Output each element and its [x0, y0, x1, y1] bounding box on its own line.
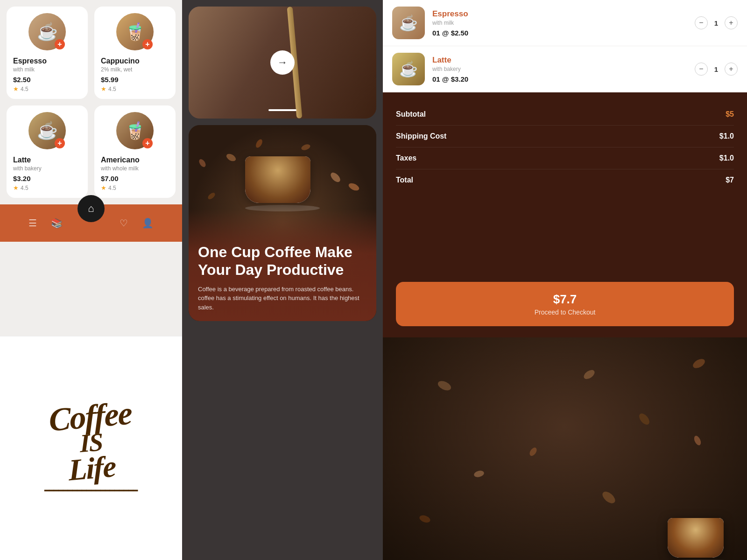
cart-item-subtitle-espresso: with milk	[432, 20, 687, 26]
summary-row-subtotal: Subtotal $5	[396, 104, 734, 126]
cart-item-name-latte: Latte	[432, 56, 687, 65]
subtotal-label: Subtotal	[396, 110, 426, 119]
home-icon: ⌂	[88, 203, 94, 215]
hero-background: →	[189, 7, 376, 119]
cart-item-image-espresso: ☕	[392, 7, 425, 39]
product-rating-latte: ★ 4.5	[13, 184, 28, 191]
promo-overlay: One Cup Coffee Make Your Day Productive …	[189, 209, 376, 321]
arrow-right-icon: →	[277, 56, 288, 69]
coffee-art-border: ━━━━━━━━━━━━━━━━━━━━	[44, 486, 138, 495]
product-rating-americano: ★ 4.5	[101, 184, 116, 191]
star-icon: ★	[101, 85, 106, 92]
subtotal-value: $5	[726, 110, 734, 119]
profile-icon[interactable]: 👤	[142, 217, 154, 229]
product-subtitle-americano: with whole milk	[101, 165, 139, 172]
product-price-latte: $3.20	[13, 175, 31, 182]
star-icon: ★	[101, 184, 106, 191]
taxes-label: Taxes	[396, 154, 416, 162]
cart-item-image-latte: ☕	[392, 53, 425, 85]
favorites-icon[interactable]: ♡	[120, 217, 128, 229]
coffee-promo-card: One Cup Coffee Make Your Day Productive …	[189, 125, 376, 321]
cart-item-info-latte: Latte with bakery 01 @ $3.20	[432, 56, 687, 83]
qty-increase-espresso[interactable]: +	[725, 16, 738, 29]
left-panel: ☕ + Espresso with milk $2.50 ★ 4.5 🧋	[0, 0, 182, 560]
add-americano-button[interactable]: +	[142, 138, 153, 148]
star-icon: ★	[13, 184, 19, 191]
product-subtitle-cappucino: 2% milk, wet	[101, 66, 132, 73]
bottom-right-image	[383, 337, 747, 560]
product-name-americano: Americano	[101, 156, 140, 164]
add-cappucino-button[interactable]: +	[142, 39, 153, 49]
order-summary-panel: Subtotal $5 Shipping Cost $1.0 Taxes $1.…	[383, 92, 747, 337]
app-container: ☕ + Espresso with milk $2.50 ★ 4.5 🧋	[0, 0, 747, 560]
nav-right-group: ♡ 👤	[120, 217, 154, 229]
product-price-cappucino: $5.99	[101, 76, 119, 84]
product-card-americano: 🧋 + Americano with whole milk $7.00 ★ 4.…	[94, 105, 176, 198]
cart-item-name-espresso: Espresso	[432, 9, 687, 19]
product-grid: ☕ + Espresso with milk $2.50 ★ 4.5 🧋	[0, 0, 182, 204]
qty-decrease-latte[interactable]: −	[695, 63, 708, 76]
total-label: Total	[396, 176, 413, 184]
cart-qty-control-espresso: − 1 +	[695, 16, 738, 29]
books-icon[interactable]: 📚	[51, 217, 63, 229]
hero-page-indicator	[268, 109, 296, 111]
bottom-navigation: ☰ 📚 ⌂ ♡ 👤	[0, 204, 182, 242]
cart-item-price-espresso: 01 @ $2.50	[432, 29, 687, 37]
product-rating-cappucino: ★ 4.5	[101, 85, 116, 92]
product-price-americano: $7.00	[101, 175, 119, 182]
cart-item-latte: ☕ Latte with bakery 01 @ $3.20 − 1 +	[383, 46, 747, 92]
product-name-espresso: Espresso	[13, 57, 47, 65]
checkout-button[interactable]: $7.7 Proceed to Checkout	[396, 282, 734, 326]
product-subtitle-latte: with bakery	[13, 165, 42, 172]
middle-panel: →	[182, 0, 383, 560]
product-name-latte: Latte	[13, 156, 31, 164]
rating-value-americano: 4.5	[108, 185, 116, 191]
rating-value-espresso: 4.5	[21, 86, 28, 92]
cart-item-subtitle-latte: with bakery	[432, 66, 687, 72]
shipping-label: Shipping Cost	[396, 132, 446, 140]
right-panel: ☕ Espresso with milk 01 @ $2.50 − 1 +	[383, 0, 747, 560]
qty-decrease-espresso[interactable]: −	[695, 16, 708, 29]
qty-value-latte: 1	[712, 65, 720, 73]
product-rating-espresso: ★ 4.5	[13, 85, 28, 92]
checkout-total-amount: $7.7	[406, 292, 724, 307]
add-latte-button[interactable]: +	[55, 138, 65, 148]
cart-qty-control-latte: − 1 +	[695, 63, 738, 76]
cart-items-container: ☕ Espresso with milk 01 @ $2.50 − 1 +	[383, 0, 747, 92]
coffee-art-panel: Coffee IS Life ━━━━━━━━━━━━━━━━━━━━	[0, 336, 182, 560]
product-price-espresso: $2.50	[13, 76, 31, 84]
home-button[interactable]: ⌂	[78, 195, 105, 222]
menu-icon[interactable]: ☰	[28, 217, 37, 229]
cart-item-info-espresso: Espresso with milk 01 @ $2.50	[432, 9, 687, 37]
checkout-label-text: Proceed to Checkout	[406, 308, 724, 316]
product-card-latte: ☕ + Latte with bakery $3.20 ★ 4.5	[7, 105, 88, 198]
product-grid-container: ☕ + Espresso with milk $2.50 ★ 4.5 🧋	[0, 0, 182, 336]
rating-value-latte: 4.5	[21, 185, 28, 191]
hero-arrow-button[interactable]: →	[270, 50, 295, 75]
rating-value-cappucino: 4.5	[108, 86, 116, 92]
nav-left-group: ☰ 📚	[28, 217, 63, 229]
promo-title: One Cup Coffee Make Your Day Productive	[198, 243, 367, 279]
qty-value-espresso: 1	[712, 19, 720, 27]
summary-rows: Subtotal $5 Shipping Cost $1.0 Taxes $1.…	[396, 104, 734, 191]
summary-row-taxes: Taxes $1.0	[396, 147, 734, 169]
product-card-cappucino: 🧋 + Cappucino 2% milk, wet $5.99 ★ 4.5	[94, 7, 176, 99]
product-card-espresso: ☕ + Espresso with milk $2.50 ★ 4.5	[7, 7, 88, 99]
summary-row-shipping: Shipping Cost $1.0	[396, 126, 734, 147]
promo-description: Coffee is a beverage prepared from roast…	[198, 285, 367, 312]
product-name-cappucino: Cappucino	[101, 57, 140, 65]
qty-increase-latte[interactable]: +	[725, 63, 738, 76]
hero-card: →	[189, 7, 376, 119]
taxes-value: $1.0	[719, 154, 734, 162]
add-espresso-button[interactable]: +	[55, 39, 65, 49]
shipping-value: $1.0	[719, 132, 734, 140]
cart-item-espresso: ☕ Espresso with milk 01 @ $2.50 − 1 +	[383, 0, 747, 46]
star-icon: ★	[13, 85, 19, 92]
product-subtitle-espresso: with milk	[13, 66, 35, 73]
summary-row-total: Total $7	[396, 169, 734, 191]
total-value: $7	[726, 176, 734, 184]
cart-item-price-latte: 01 @ $3.20	[432, 75, 687, 83]
